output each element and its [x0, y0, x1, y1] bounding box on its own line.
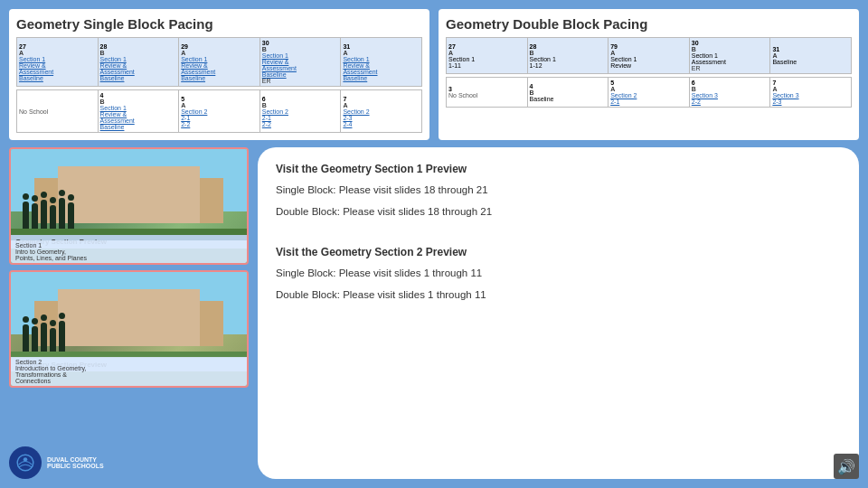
- sound-icon[interactable]: 🔊: [834, 454, 859, 479]
- logo-area: DUVAL COUNTY PUBLIC SCHOOLS: [9, 446, 104, 479]
- svg-point-1: [24, 457, 27, 461]
- preview-image-2: Geometry Section Preview Section 2Introd…: [11, 272, 247, 386]
- logo-circle: [9, 446, 42, 479]
- right-bottom-area: Visit the Geometry Section 1 Preview Sin…: [258, 147, 859, 479]
- section1-line1: Single Block: Please visit slides 18 thr…: [276, 182, 841, 200]
- sound-icon-area[interactable]: 🔊: [834, 454, 859, 479]
- preview-image-1: Geometry Section Preview Section 1Intro …: [11, 149, 247, 263]
- bottom-row: Geometry Section Preview Section 1Intro …: [9, 147, 859, 479]
- svg-point-0: [17, 455, 33, 471]
- left-pacing-card: Geometry Single Block Pacing 27 A Sectio…: [9, 9, 429, 140]
- main-container: Geometry Single Block Pacing 27 A Sectio…: [0, 0, 868, 488]
- section2-title: Visit the Geometry Section 2 Preview: [276, 243, 841, 261]
- left-bottom-area: Geometry Section Preview Section 1Intro …: [9, 147, 249, 479]
- right-pacing-card: Geometry Double Block Pacing 27 A Sectio…: [439, 9, 859, 140]
- preview-card-1: Geometry Section Preview Section 1Intro …: [9, 147, 249, 265]
- preview-1-sublabel: Section 1Intro to Geometry,Points, Lines…: [11, 240, 247, 263]
- person-silhouette: [23, 202, 29, 229]
- right-card-title: Geometry Double Block Pacing: [446, 16, 852, 32]
- section2-line2: Double Block: Please visit slides 1 thro…: [276, 286, 841, 305]
- info-bubble: Visit the Geometry Section 1 Preview Sin…: [258, 147, 859, 479]
- logo-text: DUVAL COUNTY PUBLIC SCHOOLS: [47, 456, 104, 469]
- top-row: Geometry Single Block Pacing 27 A Sectio…: [9, 9, 859, 140]
- preview-2-sublabel: Section 2Introduction to Geometry,Transf…: [11, 357, 247, 386]
- preview-card-2: Geometry Section Preview Section 2Introd…: [9, 270, 249, 388]
- left-card-title: Geometry Single Block Pacing: [16, 16, 422, 32]
- section1-line2: Double Block: Please visit slides 18 thr…: [276, 203, 841, 221]
- logo-icon: [15, 453, 35, 473]
- section2-line1: Single Block: Please visit slides 1 thro…: [276, 265, 841, 283]
- section1-title: Visit the Geometry Section 1 Preview: [276, 160, 841, 178]
